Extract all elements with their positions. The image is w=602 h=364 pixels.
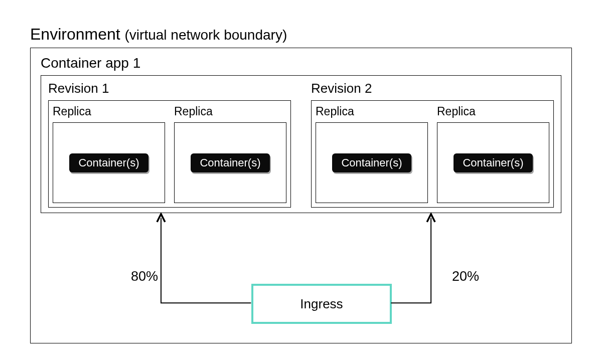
replica-label: Replica — [437, 105, 549, 118]
revision-1-title: Revision 1 — [48, 81, 291, 96]
diagram-canvas: Environment (virtual network boundary) C… — [30, 25, 572, 343]
replica: Replica Container(s) — [316, 105, 428, 203]
replica: Replica Container(s) — [437, 105, 549, 203]
revision-1-box: Replica Container(s) Replica Container(s… — [48, 100, 291, 208]
replica-box: Container(s) — [174, 122, 286, 203]
container-badge: Container(s) — [191, 153, 269, 172]
traffic-split-percent-1: 80% — [131, 269, 158, 284]
revision-1: Revision 1 Replica Container(s) Replica … — [48, 81, 291, 208]
environment-box: Container app 1 Revision 1 Replica Conta… — [30, 48, 572, 343]
replica-box: Container(s) — [437, 122, 549, 203]
arrow-to-revision-1 — [161, 218, 251, 303]
replica-label: Replica — [174, 105, 286, 118]
environment-title-main: Environment — [30, 25, 120, 43]
traffic-split-percent-2: 20% — [452, 269, 479, 284]
revision-2-box: Replica Container(s) Replica Container(s… — [311, 100, 554, 208]
replica: Replica Container(s) — [174, 105, 286, 203]
container-badge: Container(s) — [454, 153, 532, 172]
revision-2: Revision 2 Replica Container(s) Replica … — [311, 81, 554, 208]
ingress-box: Ingress — [251, 284, 392, 324]
container-badge: Container(s) — [69, 153, 148, 172]
ingress-label: Ingress — [300, 296, 343, 312]
environment-title-sub: (virtual network boundary) — [125, 27, 287, 43]
arrow-to-revision-2 — [391, 218, 431, 303]
replica-label: Replica — [316, 105, 428, 118]
replica-label: Replica — [53, 105, 165, 118]
replica: Replica Container(s) — [53, 105, 165, 203]
replica-box: Container(s) — [53, 122, 165, 203]
environment-title: Environment (virtual network boundary) — [30, 25, 572, 44]
container-app-title: Container app 1 — [41, 55, 561, 71]
container-badge: Container(s) — [332, 153, 411, 172]
container-app-box: Revision 1 Replica Container(s) Replica … — [41, 75, 561, 213]
revision-2-title: Revision 2 — [311, 81, 554, 96]
replica-box: Container(s) — [316, 122, 428, 203]
